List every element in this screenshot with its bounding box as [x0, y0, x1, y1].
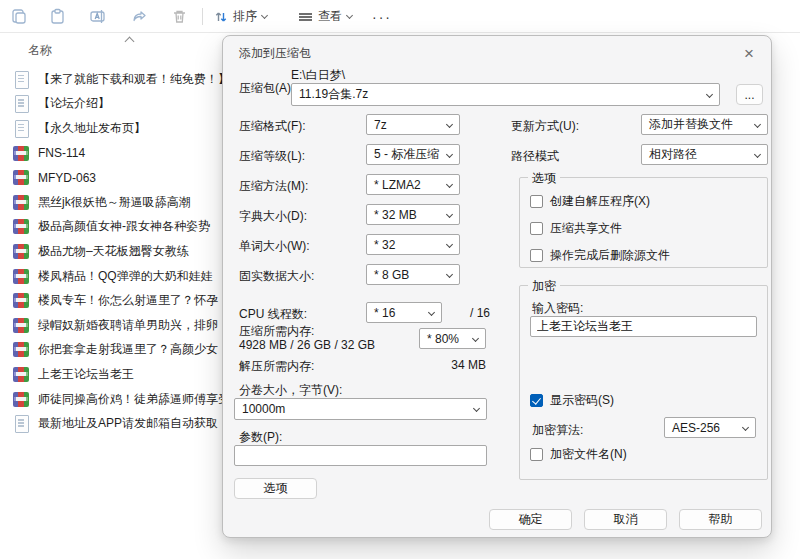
add-to-archive-dialog: 添加到压缩包 × 压缩包(A) E:\白日梦\ 11.19合集.7z ... 压… [222, 35, 772, 538]
browse-button[interactable]: ... [736, 84, 763, 105]
solid-block-combo[interactable]: * 8 GB [366, 264, 460, 285]
archive-icon [13, 194, 30, 211]
memory-percent-combo[interactable]: * 80% [419, 328, 486, 349]
delete-after-checkbox[interactable] [530, 249, 543, 262]
file-row[interactable]: 师徒同操高价鸡！徒弟舔逼师傅享受 [0, 387, 222, 412]
view-button[interactable]: 查看 [292, 4, 358, 29]
shared-files-label: 压缩共享文件 [550, 220, 622, 237]
cpu-threads-combo[interactable]: * 16 [366, 302, 442, 323]
more-options-button[interactable]: ··· [368, 4, 396, 29]
chevron-down-icon [754, 121, 761, 128]
chevron-down-icon [706, 91, 713, 98]
copy-icon[interactable] [6, 3, 32, 29]
chevron-down-icon [261, 11, 268, 18]
archive-directory: E:\白日梦\ [291, 67, 345, 84]
document-icon [13, 120, 30, 137]
archive-icon [13, 341, 30, 358]
column-header-name[interactable]: 名称 [28, 42, 52, 59]
archive-label: 压缩包(A) [239, 80, 291, 97]
document-icon [13, 71, 30, 88]
update-mode-combo[interactable]: 添加并替换文件 [641, 114, 768, 135]
file-row[interactable]: 楼凤专车！你怎么射逼里了？怀孕 [0, 288, 222, 313]
chevron-down-icon [446, 271, 453, 278]
shared-files-checkbox[interactable] [530, 222, 543, 235]
archive-icon [13, 243, 30, 260]
chevron-down-icon [446, 181, 453, 188]
volume-size-combo[interactable]: 10000m [234, 398, 487, 420]
dictionary-combo[interactable]: * 32 MB [366, 204, 460, 225]
file-row[interactable]: 上老王论坛当老王 [0, 362, 222, 387]
options-button[interactable]: 选项 [234, 478, 317, 499]
path-mode-combo[interactable]: 相对路径 [641, 144, 768, 165]
parameters-input[interactable] [234, 445, 487, 466]
file-row[interactable]: 黑丝jk很妖艳～掰逼吸舔高潮 [0, 190, 222, 215]
chevron-down-icon [428, 309, 435, 316]
archive-icon [13, 391, 30, 408]
close-icon[interactable]: × [737, 42, 761, 66]
options-group: 选项 创建自解压程序(X) 压缩共享文件 操作完成后删除源文件 [519, 177, 768, 268]
view-label: 查看 [318, 8, 342, 25]
help-button[interactable]: 帮助 [679, 509, 762, 530]
paste-icon[interactable] [44, 3, 70, 29]
share-icon[interactable] [126, 3, 152, 29]
archive-icon [13, 145, 30, 162]
level-combo[interactable]: 5 - 标准压缩 [366, 144, 460, 165]
screen: 排序 查看 ··· 名称 【来了就能下载和观看！纯免费！】 【论坛介绍】 【永久… [0, 0, 800, 559]
file-row[interactable]: 极品尤物–天花板翘臀女教练 [0, 239, 222, 264]
chevron-down-icon [473, 405, 480, 412]
rename-icon[interactable] [84, 3, 110, 29]
file-row[interactable]: 极品高颜值女神-跟女神各种姿势 [0, 215, 222, 240]
options-group-title: 选项 [528, 170, 560, 187]
parameters-label: 参数(P): [239, 429, 282, 446]
chevron-down-icon [346, 11, 353, 18]
method-label: 压缩方法(M): [239, 178, 308, 195]
level-label: 压缩等级(L): [239, 148, 305, 165]
file-row[interactable]: 绿帽奴新婚夜聘请单男助兴，排卵 [0, 313, 222, 338]
document-icon [13, 415, 30, 432]
show-password-label: 显示密码(S) [550, 392, 614, 409]
solid-block-label: 固实数据大小: [239, 268, 314, 285]
sort-button[interactable]: 排序 [208, 4, 273, 29]
delete-after-label: 操作完成后删除源文件 [550, 247, 670, 264]
explorer-toolbar: 排序 查看 ··· [0, 0, 800, 33]
cpu-threads-total: / 16 [470, 306, 490, 320]
archive-icon [13, 292, 30, 309]
show-password-checkbox[interactable] [530, 394, 543, 407]
chevron-down-icon [742, 424, 749, 431]
file-row[interactable]: FNS-114 [0, 141, 222, 166]
format-combo[interactable]: 7z [366, 114, 460, 135]
chevron-down-icon [446, 151, 453, 158]
file-row[interactable]: 楼凤精品！QQ弹弹的大奶和娃娃 [0, 264, 222, 289]
sort-ascending-icon[interactable] [125, 37, 135, 47]
word-size-combo[interactable]: * 32 [366, 234, 460, 255]
ok-button[interactable]: 确定 [489, 509, 572, 530]
password-label: 输入密码: [532, 300, 583, 317]
file-row[interactable]: 【论坛介绍】 [0, 92, 222, 117]
chevron-down-icon [446, 241, 453, 248]
delete-icon[interactable] [166, 3, 192, 29]
file-row[interactable]: MFYD-063 [0, 165, 222, 190]
file-row[interactable]: 最新地址及APP请发邮箱自动获取！！！ [0, 411, 222, 436]
archive-name-combo[interactable]: 11.19合集.7z [291, 83, 720, 106]
word-size-label: 单词大小(W): [239, 238, 310, 255]
update-mode-label: 更新方式(U): [511, 118, 579, 135]
archive-icon [13, 218, 30, 235]
sort-arrows-icon [214, 10, 228, 24]
path-mode-label: 路径模式 [511, 148, 559, 165]
file-row[interactable]: 你把套拿走射我逼里了？高颜少女 [0, 338, 222, 363]
encryption-method-combo[interactable]: AES-256 [664, 417, 756, 438]
cancel-button[interactable]: 取消 [584, 509, 667, 530]
create-sfx-checkbox[interactable] [530, 195, 543, 208]
chevron-down-icon [754, 151, 761, 158]
file-row[interactable]: 【来了就能下载和观看！纯免费！】 [0, 67, 222, 92]
method-combo[interactable]: * LZMA2 [366, 174, 460, 195]
memory-compress-detail: 4928 MB / 26 GB / 32 GB [239, 338, 375, 352]
chevron-down-icon [446, 211, 453, 218]
encrypt-filenames-label: 加密文件名(N) [550, 446, 627, 463]
memory-decompress-label: 解压所需内存: [239, 358, 314, 375]
cpu-threads-label: CPU 线程数: [239, 306, 307, 323]
password-input[interactable] [530, 316, 757, 337]
encrypt-filenames-checkbox[interactable] [530, 448, 543, 461]
file-row[interactable]: 【永久地址发布页】 [0, 116, 222, 141]
encryption-method-label: 加密算法: [532, 422, 583, 439]
